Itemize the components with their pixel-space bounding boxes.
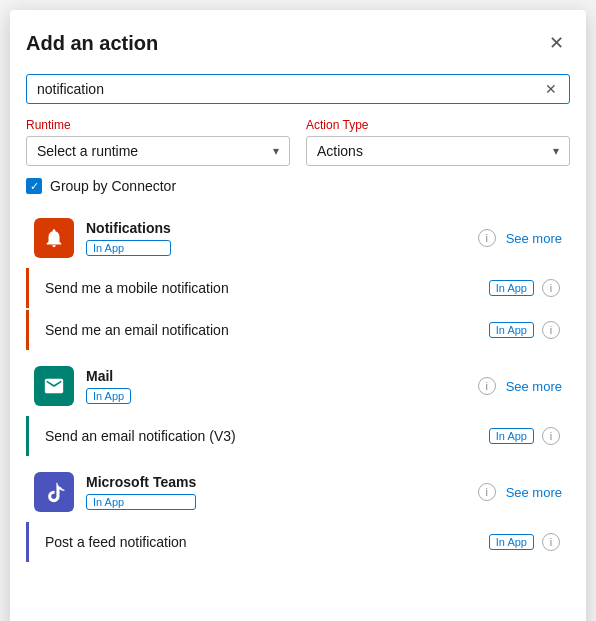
email-notification-badge: In App (489, 322, 534, 338)
action-type-label: Action Type (306, 118, 570, 132)
action-name-feed: Post a feed notification (45, 534, 187, 550)
feed-notification-info-icon[interactable]: i (542, 533, 560, 551)
add-action-dialog: Add an action ✕ ✕ Runtime Select a runti… (10, 10, 586, 621)
connector-header-teams: Microsoft Teams In App i See more (26, 462, 570, 522)
connector-group-teams: Microsoft Teams In App i See more Post a… (26, 462, 570, 564)
search-clear-button[interactable]: ✕ (543, 81, 559, 97)
teams-info-icon[interactable]: i (478, 483, 496, 501)
group-by-checkbox[interactable]: ✓ (26, 178, 42, 194)
notifications-connector-name: Notifications (86, 220, 171, 236)
notifications-info-icon[interactable]: i (478, 229, 496, 247)
action-type-chevron-icon: ▾ (553, 144, 559, 158)
teams-connector-name: Microsoft Teams (86, 474, 196, 490)
notifications-connector-icon (34, 218, 74, 258)
mail-connector-name: Mail (86, 368, 131, 384)
email-v3-info-icon[interactable]: i (542, 427, 560, 445)
teams-see-more-link[interactable]: See more (506, 485, 562, 500)
action-item-feed-notification[interactable]: Post a feed notification In App i (26, 522, 570, 562)
mail-in-app-badge: In App (86, 388, 131, 404)
notifications-see-more-link[interactable]: See more (506, 231, 562, 246)
close-button[interactable]: ✕ (543, 30, 570, 56)
action-item-mobile-notification[interactable]: Send me a mobile notification In App i (26, 268, 570, 308)
runtime-label: Runtime (26, 118, 290, 132)
search-row: ✕ (26, 74, 570, 104)
action-type-filter-group: Action Type Actions ▾ (306, 118, 570, 166)
runtime-chevron-icon: ▾ (273, 144, 279, 158)
runtime-filter-group: Runtime Select a runtime ▾ (26, 118, 290, 166)
filters-row: Runtime Select a runtime ▾ Action Type A… (26, 118, 570, 166)
search-input[interactable] (37, 81, 543, 97)
group-by-row: ✓ Group by Connector (26, 178, 570, 194)
action-name-email: Send me an email notification (45, 322, 229, 338)
email-v3-badge: In App (489, 428, 534, 444)
teams-in-app-badge: In App (86, 494, 196, 510)
connector-group-notifications: Notifications In App i See more Send me … (26, 208, 570, 352)
action-item-email-notification[interactable]: Send me an email notification In App i (26, 310, 570, 350)
action-type-select[interactable]: Actions ▾ (306, 136, 570, 166)
action-name-mobile: Send me a mobile notification (45, 280, 229, 296)
dialog-header: Add an action ✕ (26, 30, 570, 56)
action-item-email-v3[interactable]: Send an email notification (V3) In App i (26, 416, 570, 456)
connector-header-mail: Mail In App i See more (26, 356, 570, 416)
connector-group-mail: Mail In App i See more Send an email not… (26, 356, 570, 458)
mail-info-icon[interactable]: i (478, 377, 496, 395)
dialog-title: Add an action (26, 32, 158, 55)
mail-see-more-link[interactable]: See more (506, 379, 562, 394)
mail-connector-icon (34, 366, 74, 406)
mobile-notification-info-icon[interactable]: i (542, 279, 560, 297)
email-notification-info-icon[interactable]: i (542, 321, 560, 339)
results-list: Notifications In App i See more Send me … (26, 208, 570, 568)
action-name-email-v3: Send an email notification (V3) (45, 428, 236, 444)
checkmark-icon: ✓ (30, 181, 39, 192)
teams-connector-icon (34, 472, 74, 512)
mobile-notification-badge: In App (489, 280, 534, 296)
group-by-label: Group by Connector (50, 178, 176, 194)
connector-header-notifications: Notifications In App i See more (26, 208, 570, 268)
notifications-in-app-badge: In App (86, 240, 171, 256)
runtime-select[interactable]: Select a runtime ▾ (26, 136, 290, 166)
feed-notification-badge: In App (489, 534, 534, 550)
